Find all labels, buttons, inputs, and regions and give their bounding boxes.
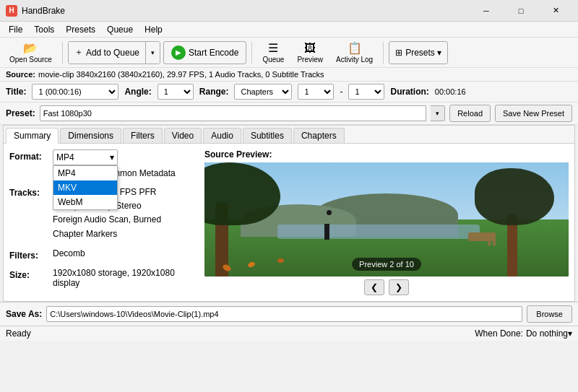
save-as-label: Save As:: [6, 309, 42, 319]
angle-select[interactable]: 1: [158, 84, 194, 100]
format-chevron-icon: ▾: [110, 152, 114, 162]
when-done-value[interactable]: Do nothing▾: [526, 328, 572, 339]
format-dropdown-wrap: MP4 ▾ MP4 MKV WebM: [53, 149, 118, 165]
person-head: [327, 210, 332, 215]
title-bar: H HandBrake ─ □ ✕: [0, 0, 578, 22]
size-row: Size: 1920x1080 storage, 1920x1080 displ…: [9, 268, 197, 288]
duration-value: 00:00:16: [435, 87, 466, 96]
maximize-button[interactable]: □: [504, 0, 538, 22]
title-label: Title:: [6, 87, 26, 97]
format-dropdown-menu: MP4 MKV WebM: [53, 165, 118, 210]
tree-canopy-right: [475, 168, 554, 225]
person-body: [324, 224, 329, 240]
queue-button[interactable]: ☰ Queue: [257, 40, 289, 66]
minimize-button[interactable]: ─: [470, 0, 503, 22]
format-option-mp4[interactable]: MP4: [53, 166, 117, 180]
tab-content-summary: Format: MP4 ▾ MP4 MKV WebM: [4, 144, 574, 301]
status-text: Ready: [6, 328, 31, 339]
leaf-3: [277, 258, 284, 263]
preview-navigation: ❮ ❯: [204, 279, 569, 295]
lake: [277, 225, 480, 239]
tab-video[interactable]: Video: [164, 128, 202, 143]
preset-row: Preset: Fast 1080p30 ▾ Reload Save New P…: [0, 103, 578, 125]
range-to-select[interactable]: 1: [348, 84, 384, 100]
filters-row: Filters: Decomb: [9, 248, 197, 261]
preview-label: Source Preview:: [204, 149, 569, 160]
preview-container: Preview 2 of 10: [204, 162, 569, 276]
preview-icon: 🖼: [304, 42, 316, 55]
right-panel: Source Preview:: [204, 149, 569, 295]
menu-help[interactable]: Help: [139, 23, 168, 36]
preset-label: Preset:: [6, 108, 35, 118]
window-controls: ─ □ ✕: [470, 0, 572, 22]
menu-presets[interactable]: Presets: [60, 23, 101, 36]
bench-leg-right: [488, 238, 491, 245]
toolbar: 📂 Open Source ＋ Add to Queue ▾ ▶ Start E…: [0, 38, 578, 68]
preset-dropdown-button[interactable]: ▾: [431, 105, 445, 121]
activity-log-button[interactable]: 📋 Activity Log: [331, 40, 378, 66]
add-to-queue-dropdown[interactable]: ▾: [145, 42, 160, 64]
toolbar-separator-3: [383, 42, 384, 64]
format-option-mkv[interactable]: MKV: [53, 180, 117, 195]
open-source-button[interactable]: 📂 Open Source: [4, 40, 57, 66]
when-done-label: When Done:: [475, 328, 523, 339]
app-title: HandBrake: [22, 6, 470, 16]
app-icon: H: [6, 5, 17, 17]
tab-summary[interactable]: Summary: [6, 128, 59, 144]
left-panel: Format: MP4 ▾ MP4 MKV WebM: [9, 149, 197, 295]
source-value: movie-clip 3840x2160 (3840x2160), 29.97 …: [38, 70, 324, 79]
save-as-input[interactable]: C:\Users\windows-10\Videos\Movie-Clip(1)…: [46, 306, 522, 322]
size-label: Size:: [9, 268, 53, 280]
browse-button[interactable]: Browse: [527, 305, 572, 323]
queue-label: Queue: [262, 56, 284, 64]
queue-icon: ☰: [268, 41, 278, 55]
menu-bar: File Tools Presets Queue Help: [0, 22, 578, 38]
range-separator: -: [340, 87, 342, 97]
tab-dimensions[interactable]: Dimensions: [60, 128, 121, 143]
tab-subtitles[interactable]: Subtitles: [243, 128, 292, 143]
tab-filters[interactable]: Filters: [123, 128, 163, 143]
add-to-queue-label: Add to Queue: [86, 48, 139, 58]
tab-chapters[interactable]: Chapters: [293, 128, 345, 143]
range-type-select[interactable]: Chapters: [234, 84, 292, 100]
format-option-webm[interactable]: WebM: [53, 195, 117, 209]
source-bar: Source: movie-clip 3840x2160 (3840x2160)…: [0, 68, 578, 82]
track-3: Foreign Audio Scan, Burned: [53, 213, 197, 227]
filters-value: Decomb: [53, 248, 197, 258]
range-label: Range:: [199, 87, 229, 97]
presets-label: Presets ▾: [405, 48, 441, 58]
add-to-queue-button[interactable]: ＋ Add to Queue: [69, 42, 145, 64]
preview-next-button[interactable]: ❯: [389, 279, 409, 295]
title-select[interactable]: 1 (00:00:16): [32, 84, 118, 100]
open-source-label: Open Source: [9, 56, 52, 64]
save-bar: Save As: C:\Users\windows-10\Videos\Movi…: [0, 302, 578, 326]
bench-seat: [468, 232, 496, 241]
presets-icon: ⊞: [395, 48, 402, 58]
format-field: MP4 ▾ MP4 MKV WebM Passthru Common Metad…: [53, 149, 197, 178]
preset-input[interactable]: Fast 1080p30: [40, 105, 426, 121]
menu-file[interactable]: File: [3, 23, 28, 36]
menu-queue[interactable]: Queue: [101, 23, 139, 36]
start-encode-button[interactable]: ▶ Start Encode: [163, 41, 246, 64]
reload-button[interactable]: Reload: [449, 105, 491, 122]
toolbar-separator-1: [62, 42, 63, 64]
format-row: Format: MP4 ▾ MP4 MKV WebM: [9, 149, 197, 178]
presets-button[interactable]: ⊞ Presets ▾: [389, 41, 448, 64]
duration-label: Duration:: [390, 87, 428, 97]
toolbar-separator-2: [251, 42, 252, 64]
tab-audio[interactable]: Audio: [203, 128, 241, 143]
preview-button[interactable]: 🖼 Preview: [292, 40, 328, 66]
play-icon: ▶: [171, 45, 186, 60]
format-select-button[interactable]: MP4 ▾: [53, 149, 118, 165]
track-4: Chapter Markers: [53, 227, 197, 241]
close-button[interactable]: ✕: [539, 0, 572, 22]
bench-leg-left: [493, 238, 496, 245]
range-from-select[interactable]: 1: [298, 84, 334, 100]
preview-prev-button[interactable]: ❮: [364, 279, 384, 295]
add-queue-icon: ＋: [74, 46, 83, 58]
save-preset-button[interactable]: Save New Preset: [495, 105, 572, 122]
preview-label: Preview: [297, 56, 323, 64]
when-done-area: When Done: Do nothing▾: [475, 328, 572, 339]
menu-tools[interactable]: Tools: [28, 23, 60, 36]
tab-bar: Summary Dimensions Filters Video Audio S…: [4, 126, 574, 144]
